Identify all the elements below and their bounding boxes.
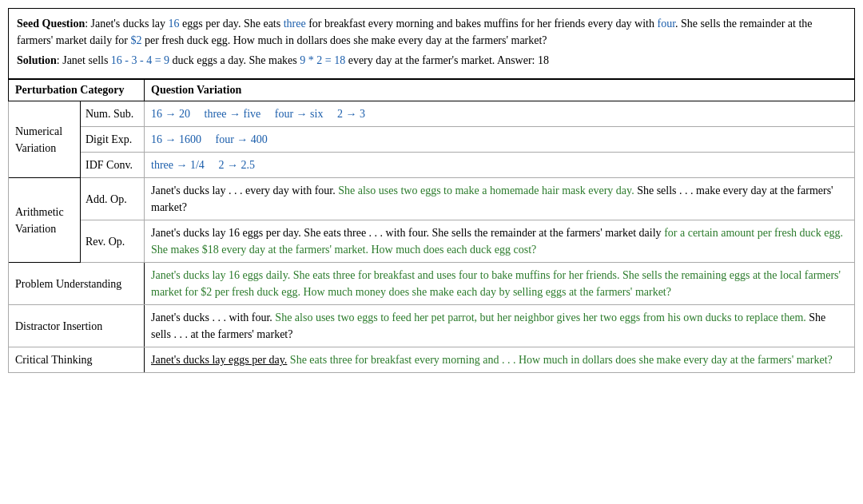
table-row: Rev. Op. Janet's ducks lay 16 eggs per d… — [9, 220, 855, 263]
rev-op-green: for a certain amount per fresh duck egg.… — [151, 227, 843, 256]
table-row: Distractor Insertion Janet's ducks . . .… — [9, 305, 855, 347]
de-item1: 16 → 1600 — [151, 133, 201, 145]
table-row: Digit Exp. 16 → 1600 four → 400 — [9, 127, 855, 153]
pu-green: Janet's ducks lay 16 eggs daily. She eat… — [151, 269, 841, 298]
idf-item2: 2 → 2.5 — [218, 159, 255, 171]
table-row: NumericalVariation Num. Sub. 16 → 20 thr… — [9, 101, 855, 127]
distractor-insertion-cell: Distractor Insertion — [9, 305, 145, 347]
add-op-cell: Add. Op. — [81, 178, 145, 220]
seed-box: Seed Question: Janet's ducks lay 16 eggs… — [8, 8, 855, 79]
table-header: Perturbation Category Question Variation — [9, 80, 855, 101]
distractor-insertion-content: Janet's ducks . . . with four. She also … — [145, 305, 855, 347]
de-item2: four → 400 — [216, 133, 268, 145]
num-sub-cell: Num. Sub. — [81, 101, 145, 127]
problem-understanding-cell: Problem Understanding — [9, 263, 145, 305]
num-four: four — [658, 18, 676, 30]
num-16: 16 — [169, 18, 180, 30]
num-sub-content: 16 → 20 three → five four → six 2 → 3 — [145, 101, 855, 127]
seed-question-label: Seed Question — [17, 18, 85, 30]
di-green: She also uses two eggs to feed her pet p… — [275, 312, 805, 323]
num-2: $2 — [130, 34, 141, 46]
arithmetic-variation-cell: ArithmeticVariation — [9, 178, 81, 263]
ns-item4: 2 → 3 — [337, 108, 365, 120]
idf-conv-cell: IDF Conv. — [81, 153, 145, 178]
table-row: Problem Understanding Janet's ducks lay … — [9, 263, 855, 305]
ct-black: Janet's ducks lay eggs per day. — [151, 354, 287, 366]
col2-header: Question Variation — [145, 80, 855, 101]
ns-item1: 16 → 20 — [151, 108, 190, 120]
rev-op-content: Janet's ducks lay 16 eggs per day. She e… — [145, 220, 855, 263]
sol-eq2: 9 * 2 = 18 — [300, 54, 345, 66]
table-row: IDF Conv. three → 1/4 2 → 2.5 — [9, 153, 855, 178]
add-op-content: Janet's ducks lay . . . every day with f… — [145, 178, 855, 220]
add-op-green: She also uses two eggs to make a homemad… — [338, 185, 634, 196]
num-three: three — [284, 18, 306, 30]
ct-green: She eats three for breakfast every morni… — [290, 354, 833, 366]
col1-header: Perturbation Category — [9, 80, 145, 101]
digit-exp-content: 16 → 1600 four → 400 — [145, 127, 855, 153]
idf-conv-content: three → 1/4 2 → 2.5 — [145, 153, 855, 178]
ns-item2: three → five — [205, 108, 261, 120]
perturbation-table: Perturbation Category Question Variation… — [8, 79, 855, 373]
critical-thinking-content: Janet's ducks lay eggs per day. She eats… — [145, 347, 855, 373]
problem-understanding-content: Janet's ducks lay 16 eggs daily. She eat… — [145, 263, 855, 305]
seed-solution: Solution: Janet sells 16 - 3 - 4 = 9 duc… — [17, 52, 846, 69]
table-row: Critical Thinking Janet's ducks lay eggs… — [9, 347, 855, 373]
idf-item1: three → 1/4 — [151, 159, 205, 171]
numerical-variation-cell: NumericalVariation — [9, 101, 81, 178]
table-row: ArithmeticVariation Add. Op. Janet's duc… — [9, 178, 855, 220]
ns-item3: four → six — [275, 108, 324, 120]
digit-exp-cell: Digit Exp. — [81, 127, 145, 153]
seed-question: Seed Question: Janet's ducks lay 16 eggs… — [17, 15, 846, 49]
sol-eq1: 16 - 3 - 4 = 9 — [111, 54, 169, 66]
solution-label: Solution — [17, 54, 57, 66]
critical-thinking-cell: Critical Thinking — [9, 347, 145, 373]
rev-op-cell: Rev. Op. — [81, 220, 145, 263]
